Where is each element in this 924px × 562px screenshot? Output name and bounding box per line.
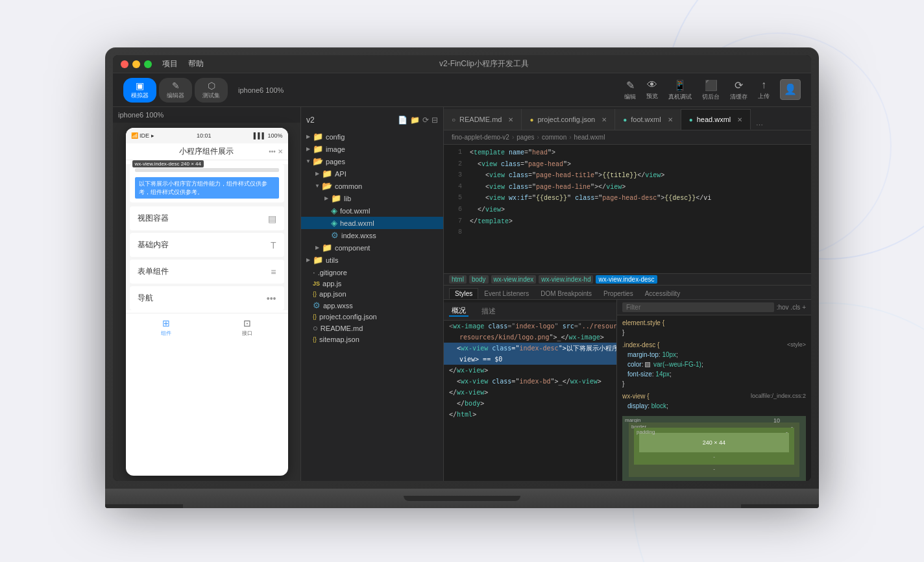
file-tree-item-common[interactable]: ▼📂common (301, 180, 443, 192)
tab-readme[interactable]: ○ README.md ✕ (444, 109, 522, 130)
style-rule-element: element.style { (617, 318, 811, 328)
elem-tag-body[interactable]: body (469, 275, 489, 284)
refresh-icon[interactable]: ⟳ (422, 116, 429, 125)
more-tabs[interactable]: ⋯ (751, 121, 768, 130)
nav-item-3[interactable]: 导航 ••• (130, 286, 284, 310)
minimize-button[interactable] (132, 60, 140, 68)
bottom-tab-1[interactable]: 描述 (479, 306, 498, 316)
nav-item-0[interactable]: 视图容器 ▤ (130, 206, 284, 230)
file-name: component (335, 244, 370, 252)
screen-bezel: 项目 帮助 v2-FinClip小程序开发工具 ▣ 模拟器 ✎ 编辑器 (113, 55, 811, 481)
new-file-icon[interactable]: 📄 (398, 116, 407, 125)
file-tree-item-utils[interactable]: ▶📁utils (301, 254, 443, 266)
elem-tag-active[interactable]: wx-view.index-desc (596, 275, 657, 284)
elem-tag-wx-view[interactable]: wx-view.index (491, 275, 537, 284)
styles-filter-input[interactable] (622, 302, 774, 312)
bottom-nav-0[interactable]: ⊞ 组件 (161, 318, 171, 337)
preview-icon: 👁 (647, 79, 657, 91)
file-tree-item-project-config-json[interactable]: {}project.config.json (301, 312, 443, 322)
file-tree-item-lib[interactable]: ▶📁lib (301, 192, 443, 204)
tab-foot[interactable]: ● foot.wxml ✕ (615, 109, 681, 130)
bottom-tab-0[interactable]: 概况 (449, 306, 468, 317)
simulator-label: 模拟器 (131, 92, 149, 100)
file-tree-item-app-json[interactable]: {}app.json (301, 289, 443, 299)
file-tree: v2 📄 📁 ⟳ ⊟ ▶📁config▶📁image▼📂pages▶📁API▼📂… (301, 107, 444, 481)
file-icon: {} (313, 291, 317, 297)
file-tree-item-head-wxml[interactable]: ◈head.wxml (301, 217, 443, 229)
file-name: lib (344, 195, 351, 202)
file-tree-item-foot-wxml[interactable]: ◈foot.wxml (301, 204, 443, 217)
action-device-debug[interactable]: 📱 真机调试 (668, 79, 692, 101)
file-tree-item-API[interactable]: ▶📁API (301, 167, 443, 180)
device-debug-icon: 📱 (674, 79, 687, 92)
menu-help[interactable]: 帮助 (188, 58, 204, 69)
preview-header: iphone6 100% (113, 107, 300, 123)
file-tree-item--gitignore[interactable]: ·.gitignore (301, 266, 443, 278)
html-line-1: resources/kind/logo.png">_</wx-image> (444, 332, 616, 343)
nav-item-2[interactable]: 表单组件 ≡ (130, 260, 284, 284)
bc-file: head.wxml (574, 134, 605, 141)
editor-split: 12345678 <template name="head"> <view cl… (444, 145, 811, 273)
file-name: config (326, 133, 345, 141)
code-line-4: <view class="page-head-line"></view> (467, 182, 811, 193)
action-preview[interactable]: 👁 预览 (646, 79, 658, 101)
elem-tag-wx-view-hd[interactable]: wx-view.index-hd (539, 275, 593, 284)
bottom-nav-1[interactable]: ⊡ 接口 (242, 318, 252, 337)
file-tree-item-sitemap-json[interactable]: {}sitemap.json (301, 334, 443, 345)
file-tree-item-README-md[interactable]: ○README.md (301, 322, 443, 334)
file-tree-item-component[interactable]: ▶📁component (301, 241, 443, 254)
devtab-styles[interactable]: Styles (449, 288, 478, 299)
tab-head[interactable]: ● head.wxml ✕ (681, 109, 751, 130)
tab-project-config[interactable]: ● project.config.json ✕ (522, 109, 615, 130)
file-name: API (335, 170, 346, 178)
head-close[interactable]: ✕ (737, 116, 742, 123)
style-prop-margin: margin-top: 10px; (617, 350, 811, 360)
readme-close[interactable]: ✕ (508, 116, 513, 123)
file-tree-item-index-wxss[interactable]: ⚙index.wxss (301, 229, 443, 241)
nav-item-1[interactable]: 基础内容 T (130, 233, 284, 257)
menu-project[interactable]: 项目 (162, 58, 178, 69)
devtab-event[interactable]: Event Listeners (478, 288, 535, 299)
html-line-4: </wx-view> (444, 365, 616, 376)
close-button[interactable] (121, 60, 128, 68)
file-name: common (335, 182, 362, 190)
file-name: sitemap.json (319, 336, 359, 343)
elem-tag-html[interactable]: html (449, 275, 467, 284)
bc-sep-1: › (537, 134, 539, 141)
foot-close[interactable]: ✕ (668, 116, 673, 123)
collapse-icon[interactable]: ⊟ (432, 116, 438, 125)
padding-val: - (786, 429, 788, 435)
maximize-button[interactable] (144, 60, 152, 68)
file-tree-items: ▶📁config▶📁image▼📂pages▶📁API▼📂common▶📁lib… (301, 130, 443, 345)
toolbar-btn-simulator[interactable]: ▣ 模拟器 (123, 78, 156, 103)
clear-cache-label: 清缓存 (730, 93, 748, 101)
project-config-close[interactable]: ✕ (602, 116, 607, 123)
action-clear-cache[interactable]: ⟳ 清缓存 (730, 79, 748, 101)
code-line-3: <view class="page-head-title">{{title}}<… (467, 170, 811, 182)
laptop-notch (404, 496, 520, 501)
toolbar-btn-editor[interactable]: ✎ 编辑器 (159, 78, 192, 103)
action-edit[interactable]: ✎ 编辑 (624, 79, 636, 101)
color-prop: color (627, 361, 642, 368)
upload-icon: ↑ (761, 79, 766, 91)
action-upload[interactable]: ↑ 上传 (758, 79, 770, 101)
file-tree-item-pages[interactable]: ▼📂pages (301, 155, 443, 167)
file-tree-item-app-js[interactable]: JSapp.js (301, 278, 443, 289)
action-background[interactable]: ⬛ 切后台 (702, 79, 720, 101)
file-name: pages (326, 158, 345, 165)
devtab-dom-bp[interactable]: DOM Breakpoints (535, 288, 598, 299)
code-line-2: <view class="page-head"> (467, 159, 811, 171)
breadcrumb-bar: fino-applet-demo-v2 › pages › common › h… (444, 130, 811, 145)
file-tree-item-image[interactable]: ▶📁image (301, 143, 443, 155)
file-tree-item-app-wxss[interactable]: ⚙app.wxss (301, 299, 443, 312)
devtab-accessibility[interactable]: Accessibility (639, 288, 686, 299)
code-editor[interactable]: 12345678 <template name="head"> <view cl… (444, 145, 811, 273)
html-line-6: </wx-view> (444, 387, 616, 398)
toolbar-btn-test[interactable]: ⬡ 测试集 (195, 78, 228, 103)
file-tree-item-config[interactable]: ▶📁config (301, 130, 443, 143)
user-avatar[interactable]: 👤 (780, 79, 801, 100)
styles-filter: :hov .cls + (617, 300, 811, 315)
devtab-properties[interactable]: Properties (598, 288, 639, 299)
new-folder-icon[interactable]: 📁 (410, 116, 420, 125)
nav-icon-1: T (271, 240, 276, 250)
